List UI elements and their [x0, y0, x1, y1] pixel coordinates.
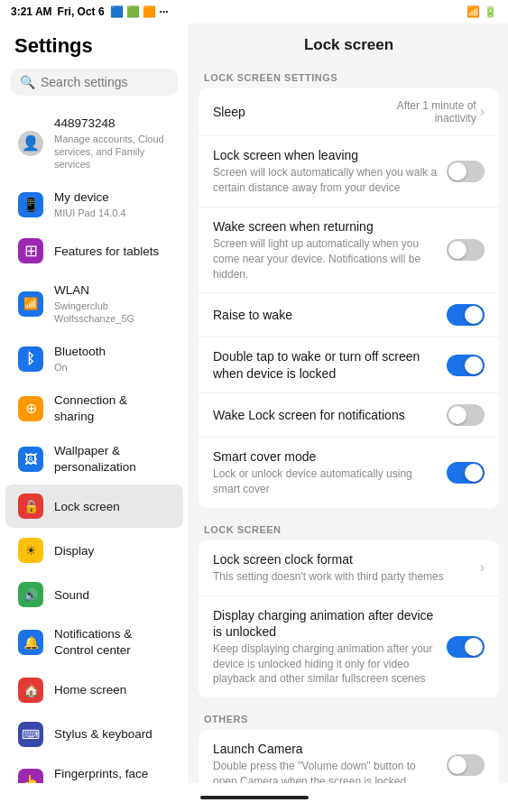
nav-bar-line — [200, 796, 309, 799]
sidebar-item-text: Display — [54, 543, 171, 559]
setting-row-smart-cover[interactable]: Smart cover mode Lock or unlock device a… — [199, 438, 499, 508]
sidebar-item-bluetooth[interactable]: ᛒ Bluetooth On — [5, 335, 183, 383]
sidebar-item-label: Lock screen — [54, 499, 171, 515]
setting-title: Wake Lock screen for notifications — [213, 407, 438, 423]
sidebar-item-text: Connection & sharing — [54, 392, 171, 424]
toggle-charging-animation[interactable] — [447, 636, 485, 658]
setting-title: Launch Camera — [213, 741, 438, 757]
setting-title: Double tap to wake or turn off screen wh… — [213, 348, 438, 381]
setting-title: Wake screen when returning — [213, 218, 438, 235]
status-date: Fri, Oct 6 — [58, 5, 105, 18]
sidebar-item-wallpaper[interactable]: 🖼 Wallpaper & personalization — [5, 434, 183, 484]
sidebar-item-text: My device MIUI Pad 14.0.4 — [54, 189, 171, 219]
setting-subtitle: Keep displaying charging animation after… — [213, 641, 438, 687]
sidebar-item-label: Wallpaper & personalization — [54, 443, 171, 475]
section-label-others: OTHERS — [189, 705, 508, 730]
setting-title: Raise to wake — [213, 307, 438, 323]
setting-row-content: Display charging animation after device … — [213, 607, 438, 687]
avatar: 👤 — [18, 131, 43, 156]
sidebar-item-label: Features for tablets — [54, 244, 171, 260]
setting-row-content: Double tap to wake or turn off screen wh… — [213, 348, 438, 381]
search-box[interactable]: 🔍 — [11, 69, 178, 96]
sidebar-item-text: Bluetooth On — [54, 344, 171, 374]
setting-row-content: Raise to wake — [213, 307, 438, 323]
sidebar: Settings 🔍 👤 448973248 Manage accounts, … — [0, 23, 189, 810]
sidebar-item-text: Features for tablets — [54, 244, 171, 260]
setting-subtitle: Screen will lock automatically when you … — [213, 165, 438, 196]
setting-row-double-tap[interactable]: Double tap to wake or turn off screen wh… — [199, 337, 499, 392]
sidebar-item-connection-sharing[interactable]: ⊕ Connection & sharing — [5, 383, 183, 433]
setting-title: Lock screen clock format — [213, 551, 471, 567]
toggle-launch-camera[interactable] — [447, 754, 485, 776]
section-label-lock-screen: LOCK SCREEN — [189, 515, 508, 540]
sidebar-item-features-for-tablets[interactable]: ⊞ Features for tablets — [5, 229, 183, 272]
setting-row-wake-lock-notifications[interactable]: Wake Lock screen for notifications — [199, 393, 499, 438]
toggle-double-tap[interactable] — [447, 355, 485, 376]
setting-row-charging-animation[interactable]: Display charging animation after device … — [199, 596, 499, 698]
sidebar-item-label: My device — [54, 189, 171, 206]
sidebar-item-stylus-keyboard[interactable]: ⌨ Stylus & keyboard — [5, 713, 183, 756]
sleep-title: Sleep — [213, 105, 245, 119]
chevron-right-icon: › — [480, 559, 485, 576]
status-left: 3:21 AM Fri, Oct 6 🟦 🟩 🟧 ··· — [11, 5, 169, 18]
status-time: 3:21 AM — [11, 5, 52, 18]
sound-icon: 🔊 — [18, 582, 43, 607]
setting-row-lock-leaving[interactable]: Lock screen when leaving Screen will loc… — [199, 136, 499, 208]
sidebar-title: Settings — [0, 23, 189, 65]
setting-row-sleep[interactable]: Sleep After 1 minute ofinactivity › — [199, 88, 499, 136]
setting-row-content: Lock screen when leaving Screen will loc… — [213, 147, 438, 196]
home-icon: 🏠 — [18, 678, 43, 703]
sidebar-item-label: Home screen — [54, 682, 171, 698]
status-icons: 🟦 🟩 🟧 ··· — [110, 5, 169, 18]
keyboard-icon: ⌨ — [18, 722, 43, 747]
setting-row-raise-to-wake[interactable]: Raise to wake — [199, 293, 499, 337]
sidebar-item-display[interactable]: ☀ Display — [5, 529, 183, 572]
nav-bar — [0, 783, 508, 812]
status-right: 📶 🔋 — [466, 5, 497, 18]
sidebar-item-label: Stylus & keyboard — [54, 726, 171, 743]
toggle-wake-returning[interactable] — [447, 239, 485, 261]
sidebar-item-notifications[interactable]: 🔔 Notifications & Control center — [5, 617, 183, 667]
sidebar-item-text: Notifications & Control center — [54, 626, 171, 658]
toggle-wake-lock-notifications[interactable] — [447, 404, 485, 426]
bluetooth-icon: ᛒ — [18, 346, 43, 372]
search-input[interactable] — [41, 75, 169, 89]
toggle-smart-cover[interactable] — [447, 462, 485, 484]
setting-subtitle: Lock or unlock device automatically usin… — [213, 466, 438, 497]
sidebar-item-label: WLAN — [54, 282, 171, 299]
sidebar-item-text: Stylus & keyboard — [54, 726, 171, 743]
device-icon: 📱 — [18, 192, 43, 217]
sidebar-item-sublabel: Manage accounts, Cloud services, and Fam… — [54, 133, 171, 171]
sidebar-item-account[interactable]: 👤 448973248 Manage accounts, Cloud servi… — [5, 106, 183, 180]
settings-card-lock-screen-settings: Sleep After 1 minute ofinactivity › Lock… — [199, 88, 499, 508]
sidebar-item-wlan[interactable]: 📶 WLAN Swingerclub Wolfsschanze_5G — [5, 273, 183, 334]
sidebar-item-text: Sound — [54, 587, 171, 604]
setting-row-content: Wake screen when returning Screen will l… — [213, 218, 438, 282]
notifications-icon: 🔔 — [18, 630, 43, 655]
setting-row-clock-format[interactable]: Lock screen clock format This setting do… — [199, 540, 499, 596]
sidebar-item-my-device[interactable]: 📱 My device MIUI Pad 14.0.4 — [5, 180, 183, 228]
sidebar-item-home-screen[interactable]: 🏠 Home screen — [5, 669, 183, 712]
sidebar-item-text: Wallpaper & personalization — [54, 443, 171, 475]
sidebar-item-sound[interactable]: 🔊 Sound — [5, 573, 183, 616]
toggle-lock-leaving[interactable] — [447, 161, 485, 182]
battery-icon: 🔋 — [484, 5, 497, 18]
sidebar-item-sublabel: On — [54, 361, 171, 374]
sidebar-item-label: Sound — [54, 587, 171, 604]
content-area: Lock screen LOCK SCREEN SETTINGS Sleep A… — [189, 23, 508, 810]
display-icon: ☀ — [18, 538, 43, 563]
setting-title: Display charging animation after device … — [213, 607, 438, 640]
main-layout: Settings 🔍 👤 448973248 Manage accounts, … — [0, 23, 508, 810]
toggle-raise-to-wake[interactable] — [447, 304, 485, 326]
content-header: Lock screen — [189, 23, 508, 63]
setting-row-content: Lock screen clock format This setting do… — [213, 551, 471, 585]
sidebar-item-label: Connection & sharing — [54, 392, 171, 424]
lock-icon: 🔒 — [18, 494, 43, 519]
wlan-icon: 📶 — [18, 291, 43, 317]
sidebar-item-text: 448973248 Manage accounts, Cloud service… — [54, 115, 171, 171]
setting-row-wake-returning[interactable]: Wake screen when returning Screen will l… — [199, 208, 499, 294]
status-bar: 3:21 AM Fri, Oct 6 🟦 🟩 🟧 ··· 📶 🔋 — [0, 0, 508, 23]
sidebar-item-lock-screen[interactable]: 🔒 Lock screen — [5, 484, 183, 528]
setting-row-content: Launch Camera Double press the "Volume d… — [213, 741, 438, 789]
features-icon: ⊞ — [18, 238, 43, 263]
